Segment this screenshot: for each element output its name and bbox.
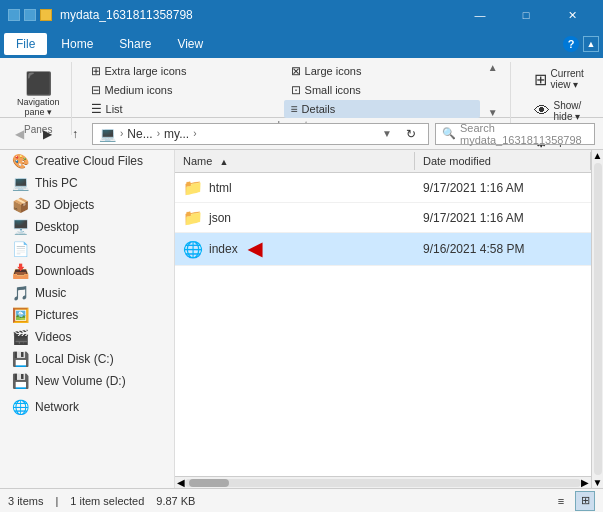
network-section: 🌐 Network [0, 396, 174, 418]
back-button[interactable]: ◀ [8, 123, 30, 145]
col-sort-icon: ▲ [219, 157, 228, 167]
window-icon-2 [24, 9, 36, 21]
hscroll-left-btn[interactable]: ◀ [177, 477, 185, 488]
menu-home[interactable]: Home [49, 33, 105, 55]
large-icon: ⊠ [291, 64, 301, 78]
hscroll-right-btn[interactable]: ▶ [581, 477, 589, 488]
sidebar-item-videos[interactable]: 🎬Videos [0, 326, 174, 348]
col-header-name[interactable]: Name ▲ [175, 152, 415, 170]
sidebar-item-this-pc[interactable]: 💻This PC [0, 172, 174, 194]
menu-file[interactable]: File [4, 33, 47, 55]
horizontal-scrollbar[interactable]: ◀ ▶ [175, 476, 591, 488]
window-icon-1 [8, 9, 20, 21]
sidebar-item-network[interactable]: 🌐 Network [0, 396, 174, 418]
list-icon: ☰ [91, 102, 102, 116]
menu-share[interactable]: Share [107, 33, 163, 55]
file-area: Name ▲ Date modified 📁 html 9/17/2021 1:… [175, 150, 591, 488]
refresh-button[interactable]: ↻ [400, 123, 422, 145]
search-box[interactable]: 🔍 Search mydata_1631811358798 [435, 123, 595, 145]
sidebar-icon-downloads: 📥 [12, 263, 29, 279]
sidebar-item-new-volume-d[interactable]: 💾New Volume (D:) [0, 370, 174, 392]
window-icon-3 [40, 9, 52, 21]
large-icons-btn[interactable]: ⊠ Large icons [284, 62, 480, 80]
title-controls: — □ ✕ [457, 0, 595, 30]
up-arrow-icon[interactable]: ▲ [583, 36, 599, 52]
network-icon: 🌐 [12, 399, 29, 415]
file-list-header: Name ▲ Date modified [175, 150, 591, 173]
sidebar-item-pictures[interactable]: 🖼️Pictures [0, 304, 174, 326]
sidebar: 🎨Creative Cloud Files💻This PC📦3D Objects… [0, 150, 175, 488]
search-placeholder: Search mydata_1631811358798 [460, 122, 588, 146]
file-row[interactable]: 🌐 index ◀ 9/16/2021 4:58 PM [175, 233, 591, 266]
vscroll-down-btn[interactable]: ▼ [593, 477, 603, 488]
sidebar-label-local-disk-c: Local Disk (C:) [35, 352, 114, 366]
list-btn[interactable]: ☰ List [84, 100, 280, 118]
sidebar-icon-desktop: 🖥️ [12, 219, 29, 235]
sidebar-item-desktop[interactable]: 🖥️Desktop [0, 216, 174, 238]
sidebar-icon-new-volume-d: 💾 [12, 373, 29, 389]
sidebar-icon-documents: 📄 [12, 241, 29, 257]
minimize-button[interactable]: — [457, 0, 503, 30]
path-pc-icon: 💻 [99, 126, 116, 142]
medium-icons-btn[interactable]: ⊟ Medium icons [84, 81, 280, 99]
hscroll-track[interactable] [185, 479, 581, 487]
forward-button[interactable]: ▶ [36, 123, 58, 145]
sidebar-items: 🎨Creative Cloud Files💻This PC📦3D Objects… [0, 150, 174, 392]
current-view-icon: ⊞ [534, 70, 547, 89]
sidebar-label-this-pc: This PC [35, 176, 78, 190]
sidebar-item-documents[interactable]: 📄Documents [0, 238, 174, 260]
address-path[interactable]: 💻 › Ne... › my... › ▼ ↻ [92, 123, 429, 145]
vscroll-up-btn[interactable]: ▲ [593, 150, 603, 161]
file-type-icon: 📁 [183, 178, 203, 197]
help-icon[interactable]: ? [563, 36, 579, 52]
path-dropdown-icon[interactable]: ▼ [382, 128, 392, 139]
status-bar: 3 items | 1 item selected 9.87 KB ≡ ⊞ [0, 488, 603, 512]
file-row[interactable]: 📁 json 9/17/2021 1:16 AM [175, 203, 591, 233]
menu-bar: File Home Share View ? ▲ [0, 30, 603, 58]
close-button[interactable]: ✕ [549, 0, 595, 30]
scroll-up-icon[interactable]: ▲ [486, 62, 500, 73]
sidebar-label-desktop: Desktop [35, 220, 79, 234]
details-btn[interactable]: ≡ Details [284, 100, 480, 118]
file-type-icon: 📁 [183, 208, 203, 227]
up-button[interactable]: ↑ [64, 123, 86, 145]
path-my[interactable]: my... [164, 127, 189, 141]
file-row[interactable]: 📁 html 9/17/2021 1:16 AM [175, 173, 591, 203]
maximize-button[interactable]: □ [503, 0, 549, 30]
sidebar-icon-3d-objects: 📦 [12, 197, 29, 213]
details-icon: ≡ [291, 102, 298, 116]
scroll-arrows: ▲ ▼ [484, 62, 502, 118]
selected-count: 1 item selected [70, 495, 144, 507]
navigation-pane-button[interactable]: ⬛ Navigationpane ▾ [10, 66, 67, 122]
vertical-scrollbar[interactable]: ▲ ▼ [591, 150, 603, 488]
sidebar-item-music[interactable]: 🎵Music [0, 282, 174, 304]
sidebar-label-pictures: Pictures [35, 308, 78, 322]
file-list-body: 📁 html 9/17/2021 1:16 AM 📁 json 9/17/202… [175, 173, 591, 476]
title-bar-icons [8, 9, 52, 21]
sidebar-item-3d-objects[interactable]: 📦3D Objects [0, 194, 174, 216]
col-header-date[interactable]: Date modified [415, 152, 591, 170]
file-date-cell: 9/17/2021 1:16 AM [415, 208, 591, 228]
sidebar-item-downloads[interactable]: 📥Downloads [0, 260, 174, 282]
red-arrow-icon: ◀ [248, 238, 262, 260]
item-count: 3 items [8, 495, 43, 507]
small-icons-btn[interactable]: ⊡ Small icons [284, 81, 480, 99]
view-details-button[interactable]: ≡ [551, 491, 571, 511]
title-bar: mydata_1631811358798 — □ ✕ [0, 0, 603, 30]
sidebar-label-new-volume-d: New Volume (D:) [35, 374, 126, 388]
menu-view[interactable]: View [165, 33, 215, 55]
file-type-icon: 🌐 [183, 240, 203, 259]
sidebar-item-local-disk-c[interactable]: 💾Local Disk (C:) [0, 348, 174, 370]
sidebar-item-creative-cloud[interactable]: 🎨Creative Cloud Files [0, 150, 174, 172]
scroll-down-icon[interactable]: ▼ [486, 107, 500, 118]
status-separator: | [55, 495, 58, 507]
vscroll-track[interactable] [594, 163, 602, 475]
hscroll-thumb[interactable] [189, 479, 229, 487]
view-large-button[interactable]: ⊞ [575, 491, 595, 511]
ribbon: ⬛ Navigationpane ▾ Panes ⊞ Extra large i… [0, 58, 603, 118]
sidebar-icon-creative-cloud: 🎨 [12, 153, 29, 169]
view-options-col2: ⊠ Large icons ⊡ Small icons ≡ Details [284, 62, 480, 118]
extra-large-icons-btn[interactable]: ⊞ Extra large icons [84, 62, 280, 80]
path-ne[interactable]: Ne... [127, 127, 152, 141]
current-view-button[interactable]: ⊞ Current view ▾ [527, 64, 591, 94]
